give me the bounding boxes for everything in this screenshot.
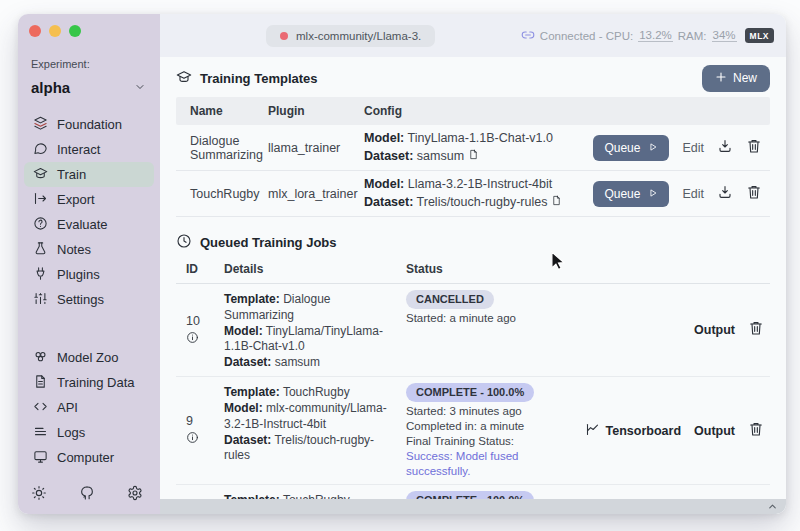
- sidebar-item-notes[interactable]: Notes: [24, 237, 154, 262]
- sidebar-item-export[interactable]: Export: [24, 187, 154, 212]
- sidebar-item-evaluate[interactable]: Evaluate: [24, 212, 154, 237]
- new-button-label: New: [733, 71, 757, 85]
- sidebar-item-plugins[interactable]: Plugins: [24, 262, 154, 287]
- status-completed: Completed in: a minute: [406, 420, 524, 432]
- content-area: mlx-community/Llama-3. Connected - CPU: …: [160, 14, 786, 514]
- job-details: Template: Dialogue Summarizing Model: Ti…: [224, 289, 406, 371]
- trash-icon[interactable]: [748, 320, 764, 340]
- job-details: Template: TouchRugby Model: mlx-communit…: [224, 382, 406, 479]
- sidebar-item-logs[interactable]: Logs: [24, 420, 154, 445]
- sidebar-item-label: Foundation: [57, 117, 122, 132]
- sidebar-item-label: Logs: [57, 425, 85, 440]
- sidebar-item-computer[interactable]: Computer: [24, 445, 154, 470]
- sidebar-nav: Foundation Interact Train Export Evaluat…: [18, 112, 160, 470]
- foundation-model-badge[interactable]: mlx-community/Llama-3.: [266, 25, 435, 47]
- help-circle-icon: [33, 216, 48, 234]
- screen: Experiment: alpha Foundation Interact: [0, 0, 800, 531]
- flask-icon: [33, 241, 48, 259]
- status-started: Started: a minute ago: [406, 312, 516, 324]
- topbar: mlx-community/Llama-3. Connected - CPU: …: [160, 14, 786, 57]
- jobs-table-header: ID Details Status: [176, 255, 770, 284]
- col-details: Details: [224, 262, 406, 276]
- job-status: CANCELLED Started: a minute ago: [406, 289, 574, 371]
- sidebar: Experiment: alpha Foundation Interact: [18, 14, 160, 514]
- sidebar-item-model-zoo[interactable]: Model Zoo: [24, 345, 154, 370]
- sidebar-item-settings[interactable]: Settings: [24, 287, 154, 312]
- template-row: Dialogue Summarizing llama_trainer Model…: [176, 125, 770, 171]
- download-icon[interactable]: [717, 184, 733, 203]
- template-plugin: mlx_lora_trainer: [268, 187, 364, 201]
- ram-label: RAM:: [678, 30, 707, 42]
- dataset-label: Dataset:: [364, 149, 413, 163]
- experiment-label: Experiment:: [31, 58, 160, 70]
- info-icon[interactable]: [186, 431, 199, 447]
- sidebar-item-train[interactable]: Train: [24, 162, 154, 187]
- file-icon: [551, 195, 562, 209]
- template-label: Template:: [224, 385, 280, 399]
- status-success: Success: Model fused successfully.: [406, 450, 519, 477]
- templates-table-header: Name Plugin Config: [176, 97, 770, 125]
- output-button[interactable]: Output: [694, 323, 735, 337]
- job-id-cell: 10: [186, 289, 224, 371]
- sidebar-item-label: Model Zoo: [57, 350, 118, 365]
- experiment-name: alpha: [31, 79, 70, 96]
- play-icon: [648, 187, 658, 201]
- trash-icon[interactable]: [746, 184, 762, 203]
- tensorboard-button[interactable]: Tensorboard: [585, 422, 681, 440]
- sun-icon[interactable]: [31, 485, 47, 505]
- link-icon: [521, 28, 535, 44]
- layers-icon: [33, 116, 48, 134]
- info-icon[interactable]: [186, 331, 199, 347]
- gear-icon[interactable]: [127, 485, 143, 505]
- output-button[interactable]: Output: [694, 424, 735, 438]
- play-icon: [648, 141, 658, 155]
- template-value: TouchRugby: [283, 385, 350, 399]
- mlx-badge: MLX: [745, 28, 774, 43]
- new-template-button[interactable]: New: [702, 65, 770, 92]
- close-window-button[interactable]: [29, 25, 41, 37]
- trash-icon[interactable]: [748, 421, 764, 441]
- col-status: Status: [406, 262, 574, 276]
- sidebar-group-divider: [18, 312, 160, 345]
- model-label: Model:: [224, 401, 263, 415]
- job-status: COMPLETE - 100.0% Started: 3 minutes ago…: [406, 382, 574, 479]
- plus-icon: [715, 71, 727, 86]
- chevron-up-icon[interactable]: [767, 498, 778, 515]
- sidebar-item-foundation[interactable]: Foundation: [24, 112, 154, 137]
- queue-button[interactable]: Queue: [593, 181, 669, 207]
- footer-drawer-bar[interactable]: [160, 499, 786, 514]
- chevron-down-icon: [134, 79, 146, 96]
- model-label: Model:: [364, 131, 404, 145]
- status-started: Started: 3 minutes ago: [406, 405, 522, 417]
- file-icon: [468, 149, 479, 163]
- edit-button[interactable]: Edit: [682, 187, 704, 201]
- dataset-value: samsum: [275, 355, 320, 369]
- clock-icon: [176, 233, 192, 252]
- shapes-icon: [33, 349, 48, 367]
- sidebar-item-interact[interactable]: Interact: [24, 137, 154, 162]
- sidebar-item-api[interactable]: API: [24, 395, 154, 420]
- monitor-icon: [33, 449, 48, 467]
- trash-icon[interactable]: [746, 138, 762, 157]
- edit-button[interactable]: Edit: [682, 141, 704, 155]
- template-config: Model: Llama-3.2-1B-Instruct-4bit Datase…: [364, 176, 600, 211]
- zoom-window-button[interactable]: [69, 25, 81, 37]
- template-actions: Queue Edit: [600, 181, 770, 207]
- dataset-value: Trelis/touch-rugby-rules: [417, 195, 548, 209]
- experiment-selector[interactable]: alpha: [31, 79, 146, 96]
- connection-text: Connected - CPU:: [540, 30, 633, 42]
- download-icon[interactable]: [717, 138, 733, 157]
- document-icon: [33, 374, 48, 392]
- sidebar-bottom-bar: [31, 485, 143, 505]
- sidebar-item-label: Train: [57, 167, 86, 182]
- status-badge: COMPLETE - 100.0%: [406, 383, 534, 402]
- dataset-label: Dataset:: [224, 433, 271, 447]
- github-icon[interactable]: [79, 485, 95, 505]
- queue-button[interactable]: Queue: [593, 135, 669, 161]
- sidebar-item-label: Plugins: [57, 267, 100, 282]
- sidebar-item-training-data[interactable]: Training Data: [24, 370, 154, 395]
- minimize-window-button[interactable]: [49, 25, 61, 37]
- queue-button-label: Queue: [604, 141, 640, 155]
- job-actions: Output: [574, 320, 770, 340]
- sidebar-item-label: Training Data: [57, 375, 135, 390]
